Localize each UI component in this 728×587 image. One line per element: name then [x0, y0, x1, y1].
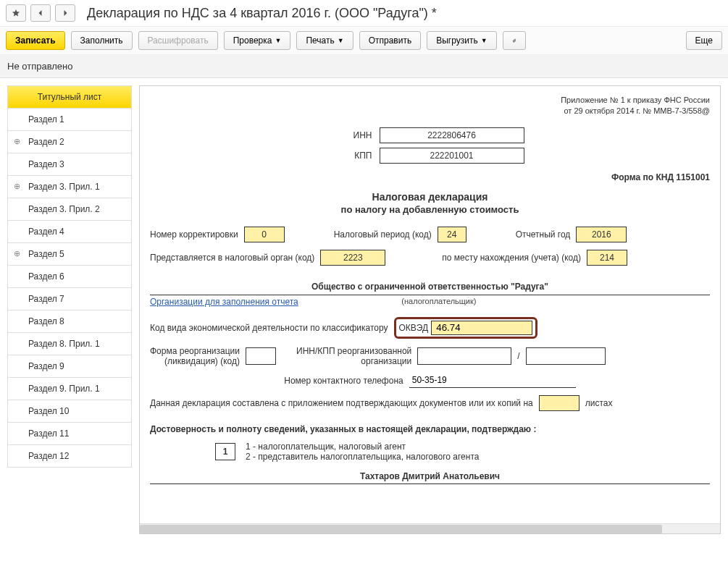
sidebar: Титульный листРаздел 1⊕Раздел 2Раздел 3⊕… — [7, 85, 132, 534]
form-code: Форма по КНД 1151001 — [150, 172, 710, 182]
year-label: Отчетный год — [516, 229, 571, 240]
expand-icon[interactable]: ⊕ — [14, 137, 20, 146]
reorg-label-2: (ликвидация) (код) — [150, 356, 240, 366]
sidebar-item-label: Раздел 5 — [28, 249, 64, 259]
okved-label: Код вида экономической деятельности по к… — [150, 323, 388, 333]
titlebar: Декларация по НДС за 4 квартал 2016 г. (… — [0, 0, 728, 26]
corr-label: Номер корректировки — [150, 229, 238, 240]
sidebar-item-label: Раздел 11 — [28, 428, 69, 439]
sidebar-item[interactable]: Раздел 8 — [7, 311, 132, 333]
print-button[interactable]: Печать▼ — [296, 31, 353, 50]
scroll-thumb[interactable] — [140, 525, 662, 533]
page-title: Декларация по НДС за 4 квартал 2016 г. (… — [87, 6, 437, 21]
place-label: по месту нахождения (учета) (код) — [442, 253, 581, 263]
sidebar-item[interactable]: Раздел 1 — [7, 109, 132, 131]
sidebar-item[interactable]: Раздел 9. Прил. 1 — [7, 378, 132, 400]
workspace: Титульный листРаздел 1⊕Раздел 2Раздел 3⊕… — [0, 78, 728, 541]
okved-highlight: ОКВЭД — [394, 317, 538, 339]
sidebar-item-label: Раздел 6 — [28, 271, 64, 282]
declaration-title: Налоговая декларация — [150, 191, 710, 203]
toolbar: Записать Заполнить Расшифровать Проверка… — [0, 26, 728, 55]
decode-button: Расшифровать — [138, 31, 218, 50]
phone-label: Номер контактного телефона — [284, 376, 403, 386]
check-button[interactable]: Проверка▼ — [224, 31, 291, 50]
tax-auth-label: Представляется в налоговый орган (код) — [150, 253, 314, 263]
upload-button[interactable]: Выгрузить▼ — [427, 31, 496, 50]
confirm-opt-1: 1 - налогоплательщик, налоговый агент — [246, 442, 479, 452]
org-name: Общество с ограниченной ответственностью… — [150, 279, 710, 295]
period-label: Налоговый период (код) — [334, 229, 432, 240]
sidebar-item[interactable]: Раздел 8. Прил. 1 — [7, 333, 132, 355]
sidebar-item-label: Раздел 10 — [28, 406, 69, 416]
year-field[interactable]: 2016 — [576, 227, 627, 242]
favorite-button[interactable] — [6, 4, 26, 22]
sidebar-item[interactable]: Раздел 10 — [7, 400, 132, 423]
reorg-label-1: Форма реорганизации — [150, 346, 240, 356]
sidebar-item[interactable]: ⊕Раздел 5 — [7, 243, 132, 266]
sidebar-item[interactable]: Титульный лист — [7, 85, 132, 109]
sidebar-item[interactable]: Раздел 6 — [7, 266, 132, 288]
sidebar-item-label: Раздел 12 — [28, 451, 69, 461]
sidebar-item-label: Раздел 9 — [28, 361, 64, 371]
tax-auth-field[interactable]: 2223 — [320, 250, 385, 266]
sidebar-item[interactable]: Раздел 12 — [7, 445, 132, 468]
sidebar-item[interactable]: Раздел 4 — [7, 221, 132, 243]
attach-button[interactable] — [503, 31, 526, 50]
place-field[interactable]: 214 — [587, 250, 627, 266]
sidebar-item-label: Раздел 9. Прил. 1 — [28, 384, 100, 394]
confirm-code-field[interactable]: 1 — [215, 443, 235, 460]
period-field[interactable]: 24 — [438, 227, 466, 242]
declaration-subtitle: по налогу на добавленную стоимость — [150, 204, 710, 215]
sidebar-item[interactable]: ⊕Раздел 2 — [7, 131, 132, 153]
attach-text-1: Данная декларация составлена с приложени… — [150, 398, 533, 408]
sidebar-item-label: Раздел 7 — [28, 294, 64, 304]
reorg-inn-field[interactable] — [417, 347, 511, 365]
okved-field[interactable] — [431, 321, 532, 335]
reorg-inn-label-2: организации — [296, 356, 411, 366]
taxpayer-label: (налогоплательщик) — [298, 297, 580, 307]
send-button[interactable]: Отправить — [359, 31, 422, 50]
back-button[interactable] — [30, 4, 51, 22]
expand-icon[interactable]: ⊕ — [14, 182, 20, 191]
org-fill-link[interactable]: Организации для заполнения отчета — [150, 297, 298, 307]
sidebar-item[interactable]: Раздел 3 — [7, 153, 132, 176]
attach-text-2: листах — [585, 398, 613, 408]
sidebar-item[interactable]: Раздел 11 — [7, 423, 132, 445]
sidebar-item-label: Раздел 1 — [28, 114, 64, 124]
confirm-title: Достоверность и полноту сведений, указан… — [150, 424, 710, 434]
phone-field[interactable] — [409, 373, 576, 388]
annex-note: Приложение № 1 к приказу ФНС России от 2… — [150, 95, 710, 117]
signer-name: Тахтаров Дмитрий Анатольевич — [150, 469, 710, 484]
reorg-inn-label-1: ИНН/КПП реорганизованной — [296, 346, 411, 356]
sidebar-item-label: Раздел 2 — [28, 137, 64, 147]
horizontal-scrollbar[interactable] — [140, 523, 720, 533]
pages-field[interactable] — [539, 395, 580, 411]
status-bar: Не отправлено — [0, 55, 728, 78]
sidebar-item[interactable]: Раздел 9 — [7, 355, 132, 378]
form-content: Приложение № 1 к приказу ФНС России от 2… — [139, 85, 721, 534]
corr-field[interactable]: 0 — [244, 227, 285, 242]
inn-field[interactable]: 2222806476 — [380, 127, 524, 143]
reorg-kpp-field[interactable] — [526, 347, 606, 365]
sidebar-item-label: Раздел 8. Прил. 1 — [28, 339, 100, 349]
more-button[interactable]: Еще — [686, 31, 722, 50]
kpp-field[interactable]: 222201001 — [380, 148, 524, 164]
sidebar-item[interactable]: Раздел 7 — [7, 288, 132, 311]
confirm-opt-2: 2 - представитель налогоплательщика, нал… — [246, 452, 479, 462]
write-button[interactable]: Записать — [6, 31, 65, 50]
reorg-code-field[interactable] — [246, 347, 276, 365]
sidebar-item-label: Раздел 3. Прил. 1 — [28, 182, 100, 192]
sidebar-item[interactable]: ⊕Раздел 3. Прил. 1 — [7, 176, 132, 198]
expand-icon[interactable]: ⊕ — [14, 249, 20, 258]
sidebar-item-label: Раздел 4 — [28, 227, 64, 237]
sidebar-item-label: Раздел 3 — [28, 159, 64, 169]
kpp-label: КПП — [336, 151, 380, 161]
sidebar-item-label: Раздел 8 — [28, 316, 64, 326]
sidebar-item-label: Раздел 3. Прил. 2 — [28, 204, 100, 214]
sidebar-item-label: Титульный лист — [38, 92, 102, 102]
inn-label: ИНН — [336, 130, 380, 140]
okved-short-label: ОКВЭД — [399, 323, 429, 333]
forward-button[interactable] — [55, 4, 75, 22]
sidebar-item[interactable]: Раздел 3. Прил. 2 — [7, 198, 132, 221]
fill-button[interactable]: Заполнить — [71, 31, 133, 50]
